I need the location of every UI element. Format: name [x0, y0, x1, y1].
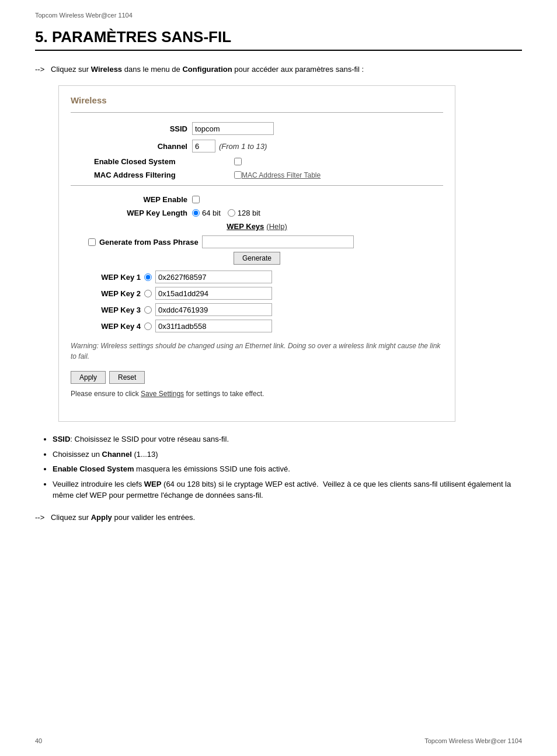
apply-button[interactable]: Apply [71, 371, 106, 384]
wep-key3-row: WEP Key 3 [71, 303, 443, 316]
wep-key4-row: WEP Key 4 [71, 320, 443, 332]
page-title: 5. PARAMÈTRES SANS-FIL [35, 28, 522, 51]
mac-filter-row: MAC Address Filtering MAC Address Filter… [71, 171, 443, 179]
header-brand: Topcom Wireless Webr@cer 1104 [35, 12, 522, 19]
channel-input[interactable] [192, 140, 215, 152]
ssid-input[interactable] [192, 122, 274, 135]
wep-128bit-label[interactable]: 128 bit [228, 209, 260, 217]
footer-text-after: pour valider les entrées. [112, 513, 195, 522]
intro-text-before: Cliquez sur [51, 65, 91, 74]
generate-button[interactable]: Generate [234, 252, 280, 265]
wep-enable-checkbox[interactable] [192, 196, 200, 203]
mac-filter-label: MAC Address Filtering [94, 171, 234, 179]
wep-enable-row: WEP Enable [71, 195, 443, 204]
closed-system-label: Enable Closed System [94, 157, 234, 166]
warning-text: Warning: Wireless settings should be cha… [71, 341, 443, 362]
wep-keys-title: WEP Keys [227, 222, 264, 231]
wep-key-length-label: WEP Key Length [71, 209, 187, 217]
passphrase-label[interactable]: Generate from Pass Phrase [88, 238, 199, 247]
footer-bold: Apply [91, 513, 112, 522]
footer-arrow: --> [35, 513, 44, 522]
wep-key2-input[interactable] [155, 287, 272, 300]
action-row: Apply Reset [71, 371, 443, 384]
intro-line: --> Cliquez sur Wireless dans le menu de… [35, 65, 522, 74]
wep-key1-label: WEP Key 1 [71, 273, 141, 282]
wep-keys-title-row: WEP Keys (Help) [71, 222, 443, 231]
wep-key4-radio[interactable] [144, 322, 152, 330]
wep-keys-help-link[interactable]: (Help) [266, 222, 287, 231]
arrow-intro: --> [35, 65, 44, 74]
ssid-label: SSID [71, 124, 187, 133]
reset-button[interactable]: Reset [109, 371, 145, 384]
wep-enable-label: WEP Enable [71, 195, 187, 204]
channel-row: Channel (From 1 to 13) [71, 140, 443, 152]
footer-bar: 40 Topcom Wireless Webr@cer 1104 [35, 737, 522, 744]
wep-key3-label: WEP Key 3 [71, 306, 141, 314]
footer-text-before: Cliquez sur [51, 513, 91, 522]
bullet-4: Veuillez introduire les clefs WEP (64 ou… [53, 478, 522, 501]
channel-hint: (From 1 to 13) [219, 142, 267, 151]
wep-key1-radio[interactable] [144, 273, 152, 281]
page-number: 40 [35, 737, 42, 744]
closed-system-checkbox[interactable] [234, 158, 242, 165]
wep-key4-input[interactable] [155, 320, 272, 332]
bullet-2: Choisissez un Channel (1...13) [53, 449, 522, 460]
wep-64bit-label[interactable]: 64 bit [192, 209, 221, 217]
wep-key2-radio[interactable] [144, 290, 152, 297]
wep-key2-row: WEP Key 2 [71, 287, 443, 300]
intro-bold2: Configuration [182, 65, 232, 74]
footer-note: --> Cliquez sur Apply pour valider les e… [35, 513, 522, 522]
wireless-panel: Wireless SSID Channel (From 1 to 13) Ena… [58, 85, 455, 422]
wep-key-length-row: WEP Key Length 64 bit 128 bit [71, 209, 443, 217]
wireless-title: Wireless [71, 95, 443, 105]
wep-key1-row: WEP Key 1 [71, 271, 443, 283]
wep-key-length-group: 64 bit 128 bit [192, 209, 260, 217]
divider-top [71, 112, 443, 113]
ssid-row: SSID [71, 122, 443, 135]
intro-text-after: pour accéder aux paramètres sans-fil : [232, 65, 364, 74]
wep-128bit-radio[interactable] [228, 209, 235, 217]
wep-key3-input[interactable] [155, 303, 272, 316]
save-settings-link[interactable]: Save Settings [141, 390, 184, 398]
divider-mid [71, 185, 443, 186]
channel-label: Channel [71, 142, 187, 151]
intro-text-mid: dans le menu de [122, 65, 182, 74]
mac-filter-checkbox[interactable] [234, 171, 242, 179]
bullet-list: SSID: Choisissez le SSID pour votre rése… [53, 434, 522, 501]
passphrase-text: Generate from Pass Phrase [99, 238, 199, 247]
passphrase-checkbox[interactable] [88, 238, 96, 246]
wep-key2-label: WEP Key 2 [71, 289, 141, 298]
wep-64bit-radio[interactable] [192, 209, 200, 217]
wep-key4-label: WEP Key 4 [71, 322, 141, 331]
bullet-1: SSID: Choisissez le SSID pour votre rése… [53, 434, 522, 445]
wep-key3-radio[interactable] [144, 306, 152, 314]
bullet-3: Enable Closed System masquera les émissi… [53, 463, 522, 475]
wep-key1-input[interactable] [155, 271, 272, 283]
passphrase-row: Generate from Pass Phrase [88, 235, 443, 248]
save-note: Please ensure to click Save Settings for… [71, 390, 443, 398]
generate-row: Generate [71, 252, 443, 265]
closed-system-row: Enable Closed System [71, 157, 443, 166]
intro-bold1: Wireless [91, 65, 122, 74]
mac-filter-link[interactable]: MAC Address Filter Table [242, 171, 321, 179]
passphrase-input[interactable] [202, 235, 354, 248]
footer-brand: Topcom Wireless Webr@cer 1104 [424, 737, 522, 744]
